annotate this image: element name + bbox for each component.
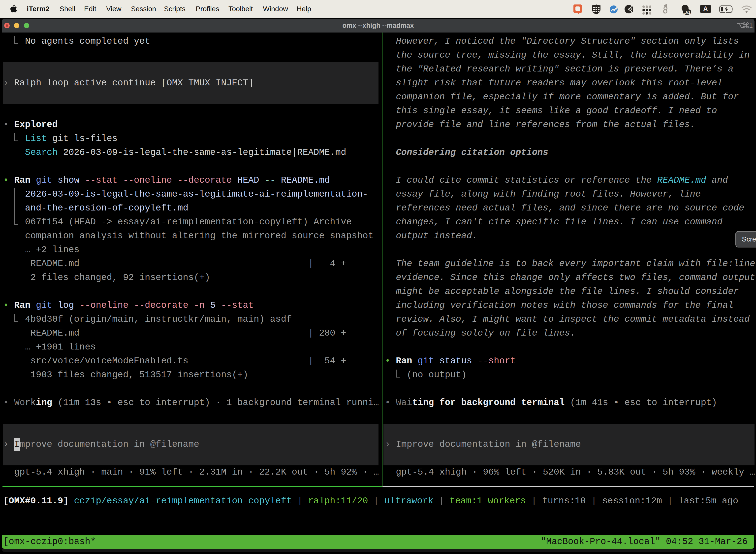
svg-text:1: 1 xyxy=(749,22,753,29)
svg-text:..61: ..61 xyxy=(684,10,691,14)
